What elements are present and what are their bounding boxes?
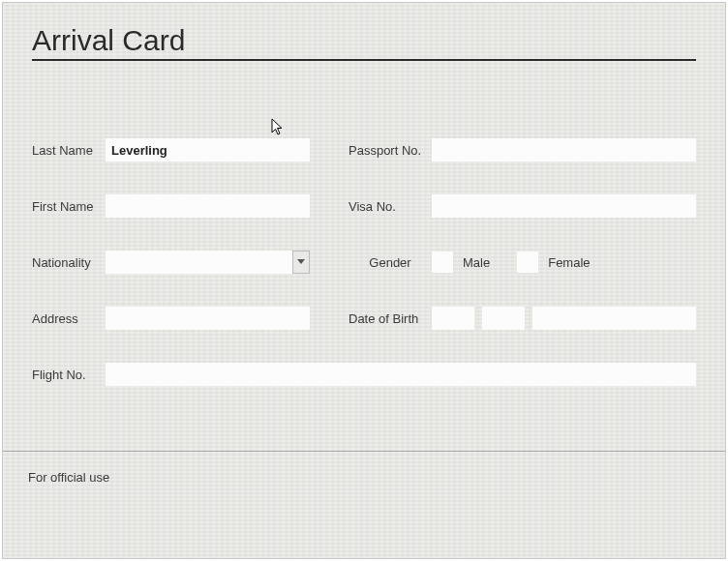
flight-no-label: Flight No. (32, 368, 106, 382)
arrival-card-window: Arrival Card Last Name Passport No. Firs… (2, 2, 726, 559)
nationality-select[interactable] (106, 251, 310, 274)
first-name-input[interactable] (106, 194, 310, 218)
first-name-label: First Name (32, 199, 106, 214)
dob-year-input[interactable] (532, 307, 696, 330)
visa-no-label: Visa No. (349, 199, 432, 214)
dob-day-input[interactable] (432, 307, 474, 330)
nationality-label: Nationality (32, 255, 106, 270)
address-input[interactable] (106, 307, 310, 330)
dob-label: Date of Birth (349, 311, 432, 326)
chevron-down-icon[interactable] (292, 251, 310, 274)
flight-no-input[interactable] (106, 363, 696, 386)
section-divider (3, 451, 725, 452)
female-label: Female (548, 255, 590, 270)
dob-month-input[interactable] (482, 307, 525, 330)
gender-label: Gender (349, 255, 432, 270)
page-title: Arrival Card (32, 24, 696, 61)
male-label: Male (463, 255, 490, 270)
address-label: Address (32, 311, 106, 326)
male-checkbox[interactable] (432, 251, 453, 273)
passport-no-label: Passport No. (349, 143, 432, 158)
last-name-input[interactable] (106, 138, 310, 162)
passport-no-input[interactable] (432, 138, 696, 162)
female-checkbox[interactable] (517, 251, 538, 273)
nationality-value (106, 251, 292, 274)
visa-no-input[interactable] (432, 194, 696, 218)
last-name-label: Last Name (32, 143, 106, 158)
official-use-label: For official use (28, 470, 109, 485)
